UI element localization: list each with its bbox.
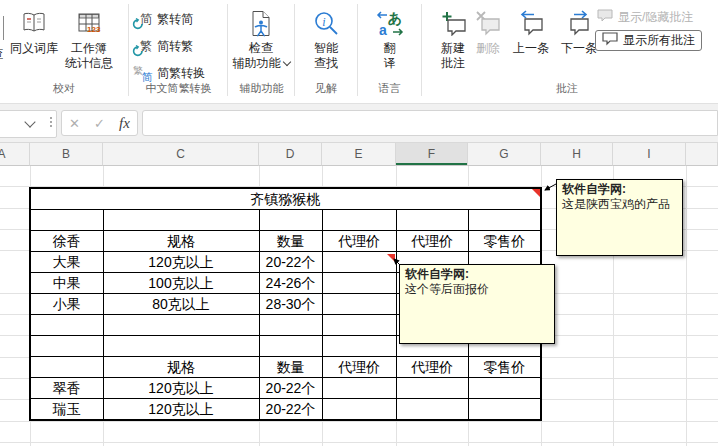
clipped-spellcheck-icon <box>0 16 4 40</box>
cell[interactable]: 24-26个 <box>259 273 322 294</box>
cell[interactable] <box>30 315 103 336</box>
header-cell[interactable] <box>30 357 103 378</box>
header-cell[interactable]: 代理价 <box>322 231 396 252</box>
column-header-filler <box>686 143 718 166</box>
clipped-spellcheck-button[interactable]: 查 <box>0 46 8 62</box>
cell[interactable] <box>30 210 103 231</box>
column-header-F-selected[interactable]: F <box>396 143 468 166</box>
formula-buttons: ✕ ✓ fx <box>61 110 138 136</box>
header-cell[interactable]: 徐香 <box>30 231 103 252</box>
cell[interactable]: 20-22个 <box>259 252 322 273</box>
cell[interactable]: 28-30个 <box>259 294 322 315</box>
column-header-A[interactable]: A <box>0 143 30 166</box>
comment-box-2[interactable]: 软件自学网: 这个等后面报价 <box>399 264 555 344</box>
cell[interactable]: 瑞玉 <box>30 399 103 421</box>
cell[interactable] <box>30 336 103 357</box>
header-cell[interactable]: 零售价 <box>468 357 541 378</box>
cell[interactable] <box>259 315 322 336</box>
column-header-H[interactable]: H <box>541 143 613 166</box>
conversion-group-label: 中文简繁转换 <box>130 81 227 96</box>
thesaurus-button[interactable]: 同义词库 <box>8 5 60 56</box>
table-row-title: 齐镇猕猴桃 <box>30 188 541 210</box>
cell[interactable]: 翠香 <box>30 378 103 399</box>
cell[interactable] <box>259 210 322 231</box>
table-title-cell[interactable]: 齐镇猕猴桃 <box>30 188 541 210</box>
previous-comment-button[interactable]: 上一条 <box>508 5 554 56</box>
trad-to-simp-button[interactable]: 简 繁转简 <box>133 7 193 31</box>
cell[interactable]: 小果 <box>30 294 103 315</box>
delete-comment-label: 删除 <box>476 41 500 56</box>
cell[interactable]: 100克以上 <box>103 273 259 294</box>
header-cell[interactable]: 数量 <box>259 357 322 378</box>
translate-button[interactable]: あa 翻 译 <box>359 5 420 71</box>
column-header-strip: A B C D E F G H I <box>0 143 718 166</box>
comment-author: 软件自学网: <box>562 182 677 197</box>
cell[interactable]: 120克以上 <box>103 252 259 273</box>
column-header-I[interactable]: I <box>613 143 686 166</box>
simp-to-trad-button[interactable]: 繁 简转繁 <box>133 34 193 58</box>
cell[interactable] <box>468 399 541 421</box>
cell[interactable] <box>468 378 541 399</box>
header-cell[interactable]: 代理价 <box>396 231 468 252</box>
cell[interactable]: 20-22个 <box>259 399 322 421</box>
insert-function-icon[interactable]: fx <box>119 115 130 132</box>
cell[interactable] <box>322 399 396 421</box>
show-hide-comment-label: 显示/隐藏批注 <box>618 9 693 26</box>
cell[interactable] <box>103 315 259 336</box>
header-cell[interactable]: 规格 <box>103 231 259 252</box>
smart-lookup-button[interactable]: i 智能 查找 <box>296 5 356 71</box>
workbook-stats-button[interactable]: 123 工作簿 统计信息 <box>60 5 118 71</box>
formula-input[interactable] <box>142 110 718 136</box>
cell[interactable]: 120克以上 <box>103 378 259 399</box>
cell[interactable]: 20-22个 <box>259 378 322 399</box>
header-cell[interactable]: 规格 <box>103 357 259 378</box>
cell[interactable] <box>259 336 322 357</box>
header-cell[interactable]: 零售价 <box>468 231 541 252</box>
column-header-C[interactable]: C <box>103 143 259 166</box>
cell[interactable] <box>322 315 396 336</box>
enter-icon[interactable]: ✓ <box>94 116 105 131</box>
simp-trad-convert-icon: 繁 简 <box>133 64 152 83</box>
search-icon: i <box>313 5 340 41</box>
cell[interactable] <box>322 273 396 294</box>
column-header-D[interactable]: D <box>259 143 322 166</box>
cell[interactable] <box>322 336 396 357</box>
cell[interactable] <box>103 336 259 357</box>
cancel-icon[interactable]: ✕ <box>69 116 80 131</box>
next-comment-icon <box>566 5 593 41</box>
cell[interactable] <box>322 252 396 273</box>
column-header-G[interactable]: G <box>468 143 541 166</box>
header-cell[interactable]: 代理价 <box>396 357 468 378</box>
comment-box-1[interactable]: 软件自学网: 这是陕西宝鸡的产品 <box>556 179 683 256</box>
check-accessibility-button[interactable]: 检查 辅助功能 <box>229 5 293 71</box>
cell[interactable] <box>396 378 468 399</box>
column-header-B[interactable]: B <box>30 143 103 166</box>
formula-bar-splitter-icon[interactable] <box>50 117 52 127</box>
cell[interactable] <box>396 399 468 421</box>
check-accessibility-label-1: 检查 <box>249 41 273 56</box>
cell[interactable]: 120克以上 <box>103 399 259 421</box>
header-cell[interactable]: 代理价 <box>322 357 396 378</box>
comment-text: 这个等后面报价 <box>405 282 489 296</box>
translate-label-1: 翻 <box>384 41 396 56</box>
cell[interactable] <box>396 210 468 231</box>
smart-lookup-label-1: 智能 <box>314 41 338 56</box>
smart-lookup-label-2: 查找 <box>314 56 338 71</box>
cell[interactable]: 大果 <box>30 252 103 273</box>
workbook-stats-label-2: 统计信息 <box>65 56 113 71</box>
cell[interactable] <box>322 294 396 315</box>
column-header-E[interactable]: E <box>322 143 396 166</box>
header-cell[interactable]: 数量 <box>259 231 322 252</box>
show-all-comments-label: 显示所有批注 <box>623 32 695 49</box>
new-comment-label-2: 批注 <box>441 56 465 71</box>
cell[interactable]: 中果 <box>30 273 103 294</box>
simp-trad-convert-label: 简繁转换 <box>157 65 205 82</box>
group-separator <box>128 4 129 96</box>
cell[interactable] <box>322 210 396 231</box>
insights-group-label: 见解 <box>296 81 356 96</box>
show-all-comments-button[interactable]: 显示所有批注 <box>595 30 702 51</box>
cell[interactable] <box>468 210 541 231</box>
cell[interactable] <box>103 210 259 231</box>
cell[interactable]: 80克以上 <box>103 294 259 315</box>
cell[interactable] <box>322 378 396 399</box>
